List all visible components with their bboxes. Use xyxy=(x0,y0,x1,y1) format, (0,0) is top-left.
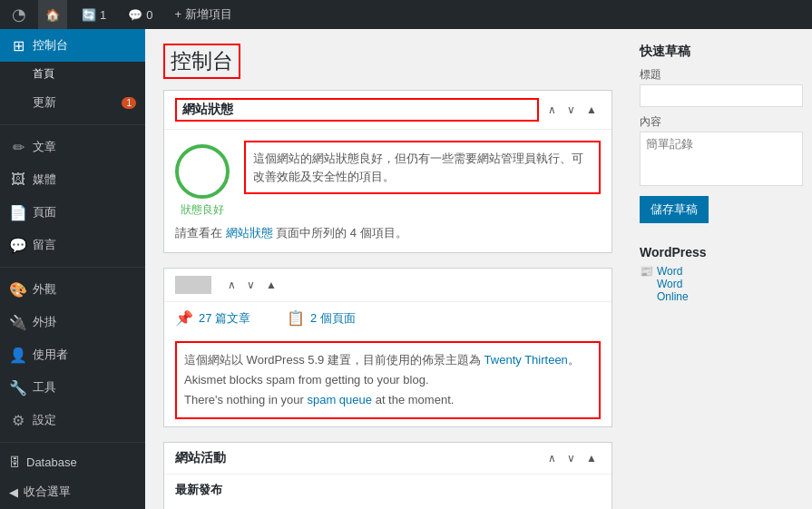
activity-subtitle: 最新發布 xyxy=(175,482,601,498)
comments-label: 留言 xyxy=(33,237,56,253)
sidebar-item-settings[interactable]: ⚙ 設定 xyxy=(0,404,145,436)
main-content: 控制台 網站狀態 ∧ ∨ ▲ 狀態良好 這個網站的網站狀態良好，但 xyxy=(145,29,631,509)
site-icon: 🏠 xyxy=(45,8,60,22)
media-label: 媒體 xyxy=(33,171,56,188)
sidebar-item-database[interactable]: 🗄 Database xyxy=(0,448,145,476)
glance-close-btn[interactable]: ▲ xyxy=(262,277,280,293)
collapse-label: 收合選單 xyxy=(24,484,71,500)
glance-post-count: 27 篇文章 xyxy=(199,310,250,327)
status-message-box: 這個網站的網站狀態良好，但仍有一些需要網站管理員執行、可改善效能及安全性的項目。 xyxy=(244,141,601,194)
news-item-label: WordWordOnline xyxy=(657,265,689,303)
tools-label: 工具 xyxy=(33,379,56,396)
sidebar-item-appearance[interactable]: 🎨 外觀 xyxy=(0,273,145,306)
sidebar: ⊞ 控制台 首頁 更新 1 ✏ 文章 🖼 媒體 📄 頁面 💬 留言 xyxy=(0,29,145,509)
activity-down-btn[interactable]: ∨ xyxy=(563,450,579,466)
spam-queue-link[interactable]: spam queue xyxy=(307,393,372,406)
tools-icon: 🔧 xyxy=(9,378,27,396)
glance-up-btn[interactable]: ∧ xyxy=(224,277,240,293)
glance-site-icon xyxy=(175,276,211,294)
users-label: 使用者 xyxy=(33,347,68,363)
wp-news-section: WordPress 📰 WordWordOnline xyxy=(640,245,803,303)
sidebar-item-updates[interactable]: 更新 1 xyxy=(0,86,145,119)
update-label: 更新 xyxy=(33,94,56,111)
glance-page-stat[interactable]: 📋 2 個頁面 xyxy=(287,309,356,327)
pages-label: 頁面 xyxy=(33,204,56,220)
activity-widget: 網站活動 ∧ ∨ ▲ 最新發布 xyxy=(163,442,612,509)
glance-info-line3: There's nothing in your spam queue at th… xyxy=(184,390,592,410)
update-count: 1 xyxy=(100,8,106,22)
status-indicator: 狀態良好 xyxy=(175,141,230,218)
glance-down-btn[interactable]: ∨ xyxy=(243,277,259,293)
page-stat-icon: 📋 xyxy=(287,309,305,327)
collapse-down-btn[interactable]: ∨ xyxy=(563,102,579,118)
admin-bar-site[interactable]: 🏠 xyxy=(38,0,67,29)
admin-bar-new[interactable]: + 新增項目 xyxy=(167,0,239,29)
activity-controls: ∧ ∨ ▲ xyxy=(544,450,601,466)
layout: ⊞ 控制台 首頁 更新 1 ✏ 文章 🖼 媒體 📄 頁面 💬 留言 xyxy=(0,29,812,509)
status-row: 狀態良好 這個網站的網站狀態良好，但仍有一些需要網站管理員執行、可改善效能及安全… xyxy=(175,141,601,218)
theme-link[interactable]: Twenty Thirteen xyxy=(484,353,568,367)
glance-header: ∧ ∨ ▲ xyxy=(164,269,611,302)
status-label: 狀態良好 xyxy=(181,202,224,218)
users-icon: 👤 xyxy=(9,346,27,364)
pin-icon: 📌 xyxy=(175,309,193,327)
content-textarea[interactable] xyxy=(640,132,803,186)
save-draft-button[interactable]: 儲存草稿 xyxy=(640,196,709,223)
sidebar-item-posts[interactable]: ✏ 文章 xyxy=(0,131,145,163)
admin-bar: ◔ 🏠 🔄 1 💬 0 + 新增項目 xyxy=(0,0,812,29)
collapse-icon: ◀ xyxy=(9,485,18,499)
site-status-link[interactable]: 網站狀態 xyxy=(226,226,273,240)
appearance-label: 外觀 xyxy=(33,281,56,298)
news-icon: 📰 xyxy=(640,265,653,278)
site-status-title: 網站狀態 xyxy=(175,98,539,122)
sidebar-sub-home[interactable]: 首頁 xyxy=(0,62,145,86)
site-status-body: 狀態良好 這個網站的網站狀態良好，但仍有一些需要網站管理員執行、可改善效能及安全… xyxy=(164,130,611,252)
sidebar-item-comments[interactable]: 💬 留言 xyxy=(0,229,145,261)
glance-post-stat[interactable]: 📌 27 篇文章 xyxy=(175,309,250,327)
comments-icon: 💬 xyxy=(9,236,27,254)
wp-news-item[interactable]: 📰 WordWordOnline xyxy=(640,265,803,303)
dashboard-icon: ⊞ xyxy=(9,36,27,54)
glance-info-box: 這個網站以 WordPress 5.9 建置，目前使用的佈景主題為 Twenty… xyxy=(175,341,601,419)
comment-count: 0 xyxy=(146,8,152,22)
sidebar-item-tools[interactable]: 🔧 工具 xyxy=(0,371,145,404)
wp-news-title: WordPress xyxy=(640,245,803,259)
glance-page-count: 2 個頁面 xyxy=(310,310,356,327)
status-check-link: 請查看在 網站狀態 頁面中所列的 4 個項目。 xyxy=(175,225,601,241)
site-status-widget: 網站狀態 ∧ ∨ ▲ 狀態良好 這個網站的網站狀態良好，但仍有一些需要網站管理員… xyxy=(163,90,612,253)
dashboard-label: 控制台 xyxy=(33,37,68,54)
new-item-label: + 新增項目 xyxy=(174,6,231,23)
settings-icon: ⚙ xyxy=(9,411,27,429)
media-icon: 🖼 xyxy=(9,171,27,189)
plugins-label: 外掛 xyxy=(33,314,56,330)
glance-info-line2: Akismet blocks spam from getting to your… xyxy=(184,370,592,390)
home-label: 首頁 xyxy=(33,67,54,80)
activity-up-btn[interactable]: ∧ xyxy=(544,450,560,466)
title-input[interactable] xyxy=(640,84,803,107)
activity-body: 最新發布 xyxy=(164,475,611,509)
glance-controls: ∧ ∨ ▲ xyxy=(224,277,280,293)
content-label: 內容 xyxy=(640,114,803,130)
settings-label: 設定 xyxy=(33,412,56,428)
title-label: 標題 xyxy=(640,67,803,83)
sidebar-item-users[interactable]: 👤 使用者 xyxy=(0,338,145,371)
sidebar-sep-3 xyxy=(0,442,145,443)
admin-bar-updates[interactable]: 🔄 1 xyxy=(74,0,113,29)
site-status-header: 網站狀態 ∧ ∨ ▲ xyxy=(164,91,611,130)
update-badge: 1 xyxy=(122,97,136,109)
sidebar-item-dashboard[interactable]: ⊞ 控制台 xyxy=(0,29,145,62)
page-title: 控制台 xyxy=(163,44,240,79)
database-label: Database xyxy=(26,455,77,469)
sidebar-item-plugins[interactable]: 🔌 外掛 xyxy=(0,306,145,338)
status-circle xyxy=(175,144,230,199)
close-widget-btn[interactable]: ▲ xyxy=(582,102,601,118)
sidebar-item-pages[interactable]: 📄 頁面 xyxy=(0,196,145,229)
glance-info-line1: 這個網站以 WordPress 5.9 建置，目前使用的佈景主題為 Twenty… xyxy=(184,350,592,370)
admin-bar-comments[interactable]: 💬 0 xyxy=(121,0,160,29)
sidebar-sep-1 xyxy=(0,124,145,125)
sidebar-item-media[interactable]: 🖼 媒體 xyxy=(0,163,145,196)
activity-close-btn[interactable]: ▲ xyxy=(582,450,601,466)
wp-logo[interactable]: ◔ xyxy=(7,3,31,26)
collapse-up-btn[interactable]: ∧ xyxy=(544,102,560,118)
sidebar-item-collapse[interactable]: ◀ 收合選單 xyxy=(0,476,145,507)
